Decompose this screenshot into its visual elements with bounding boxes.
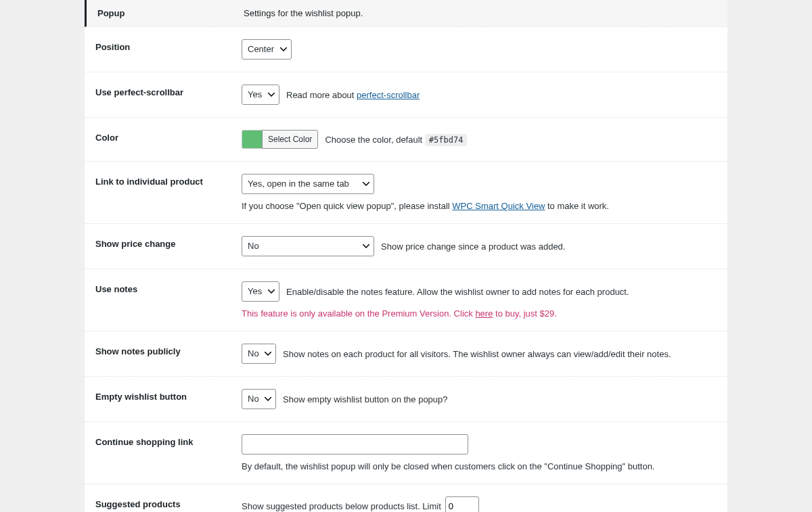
perfect-scrollbar-link[interactable]: perfect-scrollbar [357,90,420,100]
show-notes-publicly-desc: Show notes on each product for all visit… [283,349,671,359]
section-desc: Settings for the wishlist popup. [244,8,727,18]
premium-notice: This feature is only available on the Pr… [242,308,717,319]
color-swatch-icon [242,130,262,149]
color-picker: Select Color [242,130,318,149]
empty-wishlist-select[interactable]: No [242,389,276,409]
price-change-desc: Show price change since a product was ad… [381,241,565,252]
label-color: Color [85,130,242,143]
wpc-quick-view-link[interactable]: WPC Smart Quick View [452,201,545,211]
continue-shopping-input[interactable] [242,434,468,455]
perfect-scrollbar-desc: Read more about perfect-scrollbar [286,90,420,100]
row-position: Position Center [85,27,727,72]
suggested-limit-input[interactable] [445,496,479,512]
label-perfect-scrollbar: Use perfect-scrollbar [85,85,242,97]
label-suggested-products: Suggested products [85,496,242,509]
row-show-notes-publicly: Show notes publicly No Show notes on eac… [85,331,727,377]
row-price-change: Show price change No Show price change s… [85,224,727,269]
color-desc: Choose the color, default #5fbd74 [325,135,467,145]
link-product-note: If you choose "Open quick view popup", p… [242,201,717,211]
show-notes-publicly-select[interactable]: No [242,344,276,364]
use-notes-select[interactable]: Yes [242,281,279,302]
label-position: Position [85,39,242,52]
section-title: Popup [87,8,244,18]
empty-wishlist-desc: Show empty wishlist button on the popup? [283,394,448,404]
color-default-code: #5fbd74 [425,134,468,146]
row-empty-wishlist: Empty wishlist button No Show empty wish… [85,377,727,422]
premium-buy-link[interactable]: here [475,308,493,319]
continue-shopping-desc: By default, the wishlist popup will only… [242,461,717,471]
settings-panel: Popup Settings for the wishlist popup. P… [85,0,727,512]
label-use-notes: Use notes [85,281,242,294]
suggested-desc: Show suggested products below products l… [242,501,441,511]
row-use-notes: Use notes Yes Enable/disable the notes f… [85,269,727,331]
perfect-scrollbar-select[interactable]: Yes [242,85,279,105]
label-price-change: Show price change [85,236,242,249]
section-header-popup: Popup Settings for the wishlist popup. [85,0,727,27]
position-select[interactable]: Center [242,39,292,60]
label-continue-shopping: Continue shopping link [85,434,242,447]
row-perfect-scrollbar: Use perfect-scrollbar Yes Read more abou… [85,72,727,118]
label-empty-wishlist: Empty wishlist button [85,389,242,402]
label-link-product: Link to individual product [85,174,242,187]
label-show-notes-publicly: Show notes publicly [85,344,242,356]
price-change-select[interactable]: No [242,236,374,256]
select-color-button[interactable]: Select Color [262,130,318,149]
row-continue-shopping: Continue shopping link By default, the w… [85,422,727,484]
row-link-product: Link to individual product Yes, open in … [85,162,727,224]
row-color: Color Select Color Choose the color, def… [85,118,727,162]
link-product-select[interactable]: Yes, open in the same tab [242,174,374,194]
use-notes-desc: Enable/disable the notes feature. Allow … [286,287,629,297]
row-suggested-products: Suggested products Show suggested produc… [85,484,727,512]
